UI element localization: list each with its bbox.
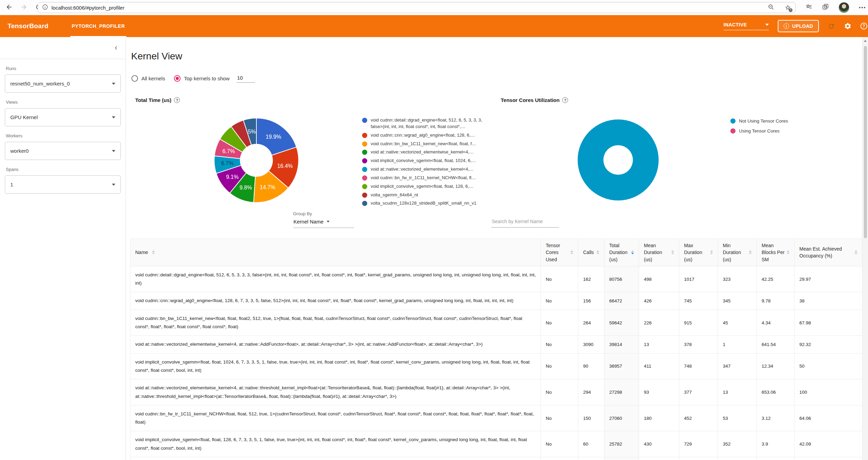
column-header-total-duration-us[interactable]: Total Duration (us)	[604, 239, 639, 266]
tensor-cores-donut-chart[interactable]	[574, 115, 663, 205]
sort-carets-icon	[152, 250, 155, 254]
cell-calls: 156	[578, 292, 604, 310]
help-icon[interactable]	[860, 23, 867, 30]
legend-color-dot	[362, 133, 367, 138]
column-header-min-duration-us[interactable]: Min Duration (us)	[718, 239, 757, 266]
cell-calls: 264	[578, 310, 604, 336]
cell-total-duration-us: 66472	[604, 292, 639, 310]
legend-item: void cudnn::cnn::wgrad_alg0_engine<float…	[362, 132, 486, 139]
tensorboard-header: TensorBoard PYTORCH_PROFILER INACTIVE UP…	[0, 15, 868, 37]
chevron-down-icon	[112, 184, 115, 186]
legend-item: void cudnn::bn_fw_tr_1C11_kernel_NCHW<fl…	[362, 175, 486, 181]
cell-mean-duration-us: 426	[639, 292, 679, 310]
workers-select[interactable]: worker0	[5, 142, 121, 160]
info-icon	[784, 23, 789, 29]
runs-select[interactable]: resnet50_num_workers_0	[5, 74, 121, 93]
cell-mean-blocks-per-sm: 3.12	[757, 405, 795, 431]
column-header-max-duration-us[interactable]: Max Duration (us)	[679, 239, 718, 266]
tensor-cores-legend: Not Using Tensor CoresUsing Tensor Cores	[730, 118, 844, 137]
total-time-pie-chart[interactable]: 19.9%16.4%14.7%9.8%9.1%6.7%6.7%5%	[211, 115, 302, 206]
collections-icon[interactable]	[822, 3, 829, 12]
cell-max-duration-us: 915	[679, 310, 718, 336]
legend-item: Not Using Tensor Cores	[730, 118, 844, 125]
cell-tensor-cores-used: No	[541, 310, 578, 336]
cell-max-duration-us: 377	[679, 379, 718, 405]
help-question-icon[interactable]	[562, 97, 568, 103]
spans-select[interactable]: 1	[5, 175, 121, 194]
cell-mean-blocks-per-sm: 4.34	[757, 310, 795, 336]
sidebar-group-runs: Runsresnet50_num_workers_0	[5, 66, 121, 93]
favorites-bar-icon[interactable]	[806, 3, 812, 12]
cell-mean-duration-us: 430	[639, 431, 679, 457]
cell-max-duration-us: 745	[679, 292, 718, 310]
cell-min-duration-us: 184	[718, 457, 757, 460]
column-header-name[interactable]: Name	[130, 239, 541, 266]
help-question-icon[interactable]	[174, 97, 180, 103]
radio-all-kernels[interactable]	[131, 75, 138, 82]
radio-top-kernels[interactable]	[174, 75, 181, 82]
cell-max-duration-us: 279	[679, 457, 718, 460]
cell-mean-duration-us: 207	[639, 457, 679, 460]
cell-mean-duration-us: 226	[639, 310, 679, 336]
settings-gear-icon[interactable]	[844, 22, 852, 30]
cell-mean-duration-us: 180	[639, 405, 679, 431]
scrollbar-thumb[interactable]	[864, 46, 867, 238]
collapse-sidebar-icon[interactable]	[112, 44, 120, 52]
cell-mean-est-achieved-occupancy: 50	[795, 353, 863, 379]
cell-name: void cudnn::detail::dgrad_engine<float, …	[130, 266, 541, 292]
cell-name: void cudnn::cnn::wgrad_alg0_engine<float…	[130, 292, 541, 310]
vertical-scrollbar[interactable]	[862, 37, 868, 460]
cell-max-duration-us: 1017	[679, 266, 718, 292]
add-favorite-icon[interactable]: +	[785, 4, 791, 11]
legend-label: Not Using Tensor Cores	[739, 118, 788, 125]
back-icon[interactable]	[5, 3, 13, 12]
url-text[interactable]: localhost:6006/#pytorch_profiler	[51, 5, 125, 11]
chevron-down-icon	[765, 24, 769, 26]
cell-total-duration-us: 80756	[604, 266, 639, 292]
column-header-mean-blocks-per-sm[interactable]: Mean Blocks Per SM	[757, 239, 795, 266]
table-row: void at::native::vectorized_elementwise_…	[130, 379, 863, 405]
cell-name: void implicit_convolve_sgemm<float, floa…	[130, 353, 541, 379]
scroll-up-icon[interactable]	[864, 40, 867, 42]
legend-color-dot	[362, 118, 367, 123]
cell-tensor-cores-used: No	[541, 336, 578, 353]
sidebar-group-label: Views	[6, 100, 121, 105]
sort-carets-icon	[597, 250, 599, 254]
profile-avatar[interactable]	[838, 2, 849, 13]
column-header-mean-est-achieved-occupancy[interactable]: Mean Est. Achieved Occupancy (%)	[795, 239, 863, 266]
legend-item: volta_sgemm_64x64_nt	[362, 192, 486, 198]
group-by-value: Kernel Name	[293, 219, 324, 225]
column-header-calls[interactable]: Calls	[578, 239, 604, 266]
cell-calls: 162	[578, 266, 604, 292]
top-kernels-count-input[interactable]	[236, 74, 255, 83]
legend-item: void at::native::vectorized_elementwise_…	[362, 166, 486, 173]
reload-status-dropdown[interactable]: INACTIVE	[724, 22, 769, 30]
sort-carets-icon	[749, 250, 752, 254]
cell-min-duration-us: 347	[718, 353, 757, 379]
status-label: INACTIVE	[724, 22, 747, 27]
table-filters: Group By Kernel Name	[130, 211, 868, 232]
zoom-out-icon[interactable]	[768, 4, 774, 12]
reload-data-icon[interactable]	[828, 23, 835, 30]
kernel-search-input[interactable]	[491, 217, 559, 228]
table-row: void cudnn::bn_bw_1C11_kernel_new<float,…	[130, 310, 863, 336]
cell-tensor-cores-used: No	[541, 266, 578, 292]
legend-color-dot	[730, 118, 736, 124]
column-header-tensor-cores-used[interactable]: Tensor Cores Used	[541, 239, 578, 266]
cell-calls: 150	[578, 405, 604, 431]
browser-menu-icon[interactable]	[859, 7, 865, 8]
tab-pytorch-profiler[interactable]: PYTORCH_PROFILER	[70, 15, 126, 37]
page-title: Kernel View	[131, 51, 868, 62]
group-by-select[interactable]: Kernel Name	[293, 216, 354, 228]
column-label: Mean Blocks Per SM	[762, 242, 785, 263]
column-header-mean-duration-us[interactable]: Mean Duration (us)	[639, 239, 679, 266]
cell-mean-est-achieved-occupancy: 92.32	[795, 336, 863, 353]
cell-mean-blocks-per-sm: 42.25	[757, 266, 795, 292]
legend-item: volta_scudnn_128x128_stridedB_splitK_sma…	[362, 200, 486, 207]
legend-item: void at::native::vectorized_elementwise_…	[362, 149, 486, 156]
address-bar[interactable]: localhost:6006/#pytorch_profiler +	[38, 2, 796, 13]
views-select[interactable]: GPU Kernel	[5, 108, 121, 126]
site-info-icon[interactable]	[42, 4, 48, 11]
charts-row: Total Time (us) 19.9%16.4%14.7%9.8%9.1%6…	[130, 97, 868, 204]
upload-button[interactable]: UPLOAD	[778, 20, 819, 32]
